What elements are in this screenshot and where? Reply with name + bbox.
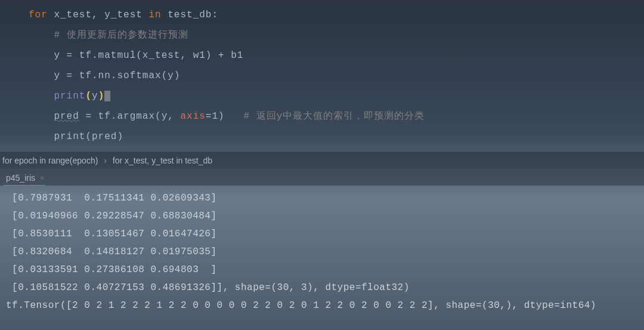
code-line: print(y) [29, 86, 644, 106]
print-call: print [54, 91, 85, 101]
code-line: print(pred) [29, 127, 644, 147]
console-tab-bar: p45_iris × [0, 169, 644, 186]
close-icon[interactable]: × [40, 174, 44, 183]
variable-pred: pred [54, 111, 79, 122]
breadcrumb-item[interactable]: for x_test, y_test in test_db [113, 156, 212, 165]
keyword-in: in [148, 10, 161, 20]
text-cursor [104, 91, 110, 101]
comment: # 使用更新后的参数进行预测 [54, 30, 188, 41]
code-line: # 使用更新后的参数进行预测 [29, 25, 644, 45]
code-line: pred = tf.argmax(y, axis=1) # 返回y中最大值的索引… [29, 106, 644, 127]
tab-label: p45_iris [6, 173, 35, 183]
keyword-for: for [29, 10, 48, 20]
code-line: y = tf.matmul(x_test, w1) + b1 [29, 45, 644, 66]
paren-open: ( [85, 91, 92, 101]
output-line: [0.8530111 0.13051467 0.01647426] [6, 225, 644, 243]
output-line: tf.Tensor([2 0 2 1 2 2 2 1 2 2 0 0 0 0 0… [6, 297, 644, 314]
comment: # 返回y中最大值的索引，即预测的分类 [243, 111, 425, 122]
breadcrumb: for epoch in range(epoch) › for x_test, … [0, 152, 644, 169]
paren-close: ) [98, 91, 105, 101]
output-line: [0.03133591 0.27386108 0.694803 ] [6, 261, 644, 279]
tab-run[interactable]: p45_iris × [4, 172, 47, 184]
code-line: y = tf.nn.softmax(y) [29, 66, 644, 86]
code-editor[interactable]: for x_test, y_test in test_db: # 使用更新后的参… [0, 0, 644, 152]
output-line: [0.10581522 0.40727153 0.48691326]], sha… [6, 279, 644, 297]
output-line: [0.01940966 0.29228547 0.68830484] [6, 207, 644, 225]
kwarg-axis: axis [180, 111, 205, 122]
output-line: [0.7987931 0.17511341 0.02609343] [6, 189, 644, 207]
code-line: for x_test, y_test in test_db: [29, 5, 644, 25]
chevron-right-icon: › [104, 156, 107, 165]
breadcrumb-item[interactable]: for epoch in range(epoch) [2, 156, 98, 165]
console-output[interactable]: [0.7987931 0.17511341 0.02609343] [0.019… [0, 186, 644, 318]
output-line: [0.8320684 0.14818127 0.01975035] [6, 243, 644, 261]
